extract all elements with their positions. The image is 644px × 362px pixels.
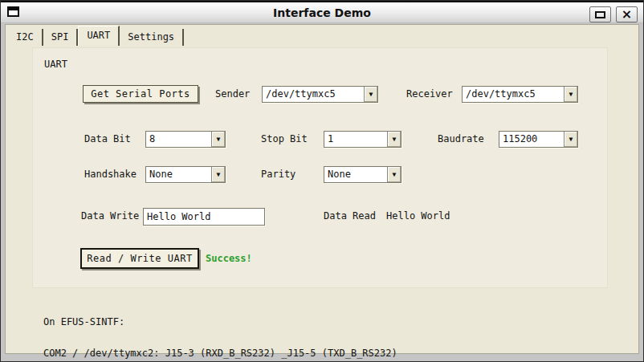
tab-uart[interactable]: UART bbox=[78, 26, 120, 46]
titlebar: Interface Demo × bbox=[1, 1, 643, 23]
receiver-label: Receiver bbox=[406, 86, 453, 103]
parity-value: None bbox=[324, 167, 387, 182]
tab-spi[interactable]: SPI bbox=[43, 29, 79, 46]
data-write-input[interactable] bbox=[143, 208, 265, 226]
uart-group-label: UART bbox=[44, 59, 67, 70]
parity-select[interactable]: None ▼ bbox=[324, 166, 401, 183]
status-message: Success! bbox=[206, 250, 252, 267]
footer-info: On EFUS-SINTF: COM2 / /dev/ttymxc2: J15-… bbox=[43, 296, 397, 362]
tab-i2c[interactable]: I2C bbox=[8, 29, 43, 46]
footer-line-1: On EFUS-SINTF: bbox=[43, 317, 397, 327]
tab-settings[interactable]: Settings bbox=[120, 29, 184, 46]
data-read-value: Hello World bbox=[386, 208, 450, 225]
uart-group: UART Get Serial Ports Sender /dev/ttymxc… bbox=[32, 47, 608, 288]
stop-bit-value: 1 bbox=[324, 132, 387, 147]
baudrate-dropdown-arrow-icon[interactable]: ▼ bbox=[564, 132, 577, 147]
sender-label: Sender bbox=[215, 86, 250, 103]
close-button[interactable]: × bbox=[616, 6, 638, 22]
handshake-select[interactable]: None ▼ bbox=[145, 166, 226, 183]
sender-dropdown-arrow-icon[interactable]: ▼ bbox=[364, 87, 377, 102]
baudrate-label: Baudrate bbox=[438, 131, 484, 148]
app-window: Interface Demo × I2C SPI UART Settings U… bbox=[0, 0, 644, 362]
stop-bit-label: Stop Bit bbox=[261, 131, 308, 148]
parity-dropdown-arrow-icon[interactable]: ▼ bbox=[387, 167, 401, 182]
get-serial-ports-button[interactable]: Get Serial Ports bbox=[83, 85, 198, 103]
data-bit-select[interactable]: 8 ▼ bbox=[145, 131, 226, 148]
maximize-button[interactable] bbox=[589, 6, 611, 22]
data-bit-dropdown-arrow-icon[interactable]: ▼ bbox=[211, 132, 225, 147]
baudrate-value: 115200 bbox=[499, 132, 564, 147]
baudrate-select[interactable]: 115200 ▼ bbox=[499, 131, 578, 148]
receiver-dropdown-arrow-icon[interactable]: ▼ bbox=[564, 87, 577, 102]
data-bit-label: Data Bit bbox=[84, 131, 131, 148]
receiver-select[interactable]: /dev/ttymxc5 ▼ bbox=[462, 86, 578, 103]
read-write-uart-button[interactable]: Read / Write UART bbox=[80, 248, 199, 269]
footer-line-2: COM2 / /dev/ttymxc2: J15-3 (RXD_B_RS232)… bbox=[43, 348, 397, 359]
sender-value: /dev/ttymxc5 bbox=[263, 87, 364, 102]
window-title: Interface Demo bbox=[1, 2, 643, 23]
close-icon: × bbox=[622, 8, 632, 21]
handshake-dropdown-arrow-icon[interactable]: ▼ bbox=[211, 167, 225, 182]
sender-select[interactable]: /dev/ttymxc5 ▼ bbox=[262, 86, 378, 103]
data-bit-value: 8 bbox=[146, 132, 211, 147]
tab-bar: I2C SPI UART Settings bbox=[8, 26, 184, 46]
receiver-value: /dev/ttymxc5 bbox=[463, 87, 564, 102]
data-read-label: Data Read bbox=[324, 208, 376, 225]
stop-bit-dropdown-arrow-icon[interactable]: ▼ bbox=[387, 132, 401, 147]
window-body: I2C SPI UART Settings UART Get Serial Po… bbox=[5, 24, 639, 354]
handshake-value: None bbox=[146, 167, 211, 182]
maximize-icon bbox=[595, 11, 605, 18]
parity-label: Parity bbox=[261, 166, 296, 183]
stop-bit-select[interactable]: 1 ▼ bbox=[324, 131, 401, 148]
handshake-label: Handshake bbox=[84, 166, 137, 183]
data-write-label: Data Write bbox=[81, 208, 139, 225]
